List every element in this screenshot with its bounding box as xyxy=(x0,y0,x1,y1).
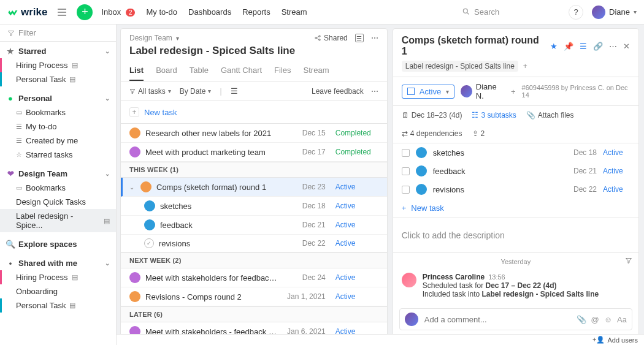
info-icon[interactable]: ☰ xyxy=(355,34,364,42)
checkbox[interactable] xyxy=(402,149,410,157)
check-circle-icon[interactable]: ✓ xyxy=(144,238,154,248)
tab-gantt[interactable]: Gantt Chart xyxy=(221,61,262,81)
sidebar-item-onboarding[interactable]: Onboarding xyxy=(0,284,116,298)
shared-button[interactable]: Shared xyxy=(314,34,348,42)
task-row[interactable]: Research other new labels for 2021 Dec 1… xyxy=(121,124,387,143)
search-placeholder: Search xyxy=(474,7,499,17)
nav-dashboards[interactable]: Dashboards xyxy=(188,7,231,17)
chevron-down-icon: ▾ xyxy=(168,88,171,94)
sidebar-filter[interactable]: Filter xyxy=(0,25,116,42)
assignee-chip[interactable]: Diane N. xyxy=(461,82,505,100)
task-row[interactable]: Revisions - Comps round 2 Jan 1, 2021 Ac… xyxy=(121,287,387,306)
rss-icon[interactable]: ☰ xyxy=(580,42,587,51)
sidebar-item-dt-bookmarks[interactable]: ▭Bookmarks xyxy=(0,181,116,195)
sidebar-explore[interactable]: 🔍 Explore spaces xyxy=(0,237,116,251)
tab-stream[interactable]: Stream xyxy=(304,61,329,81)
description-field[interactable]: Click to add the description xyxy=(393,218,638,252)
user-menu[interactable]: Diane ▾ xyxy=(592,6,637,19)
subtask-name: feedback xyxy=(433,167,561,176)
sidebar-item-quick-tasks[interactable]: Design Quick Tasks xyxy=(0,195,116,209)
tab-files[interactable]: Files xyxy=(274,61,291,81)
more-icon[interactable]: ⋯ xyxy=(371,87,378,96)
settings-icon[interactable]: ☰ xyxy=(231,86,238,96)
tab-board[interactable]: Board xyxy=(156,61,177,81)
checkbox-icon xyxy=(407,88,415,95)
sidebar-item-label-redesign[interactable]: Label redesign - Spice...▤ xyxy=(0,209,116,232)
leave-feedback-link[interactable]: Leave feedback xyxy=(312,87,364,96)
share-chip[interactable]: ⇪ 2 xyxy=(472,129,485,138)
subtask-row[interactable]: sketches Dec 18 Active xyxy=(121,197,387,216)
sidebar-item-hiring[interactable]: Hiring Process▤ xyxy=(0,58,116,72)
help-button[interactable]: ? xyxy=(569,5,583,20)
subtask-row[interactable]: ✓ revisions Dec 22 Active xyxy=(121,235,387,252)
project-tabs: List Board Table Gantt Chart Files Strea… xyxy=(121,61,387,82)
svg-point-0 xyxy=(463,9,467,13)
paperclip-icon[interactable]: 📎 xyxy=(577,315,586,324)
avatar xyxy=(416,147,427,158)
sidebar-item-shared-hiring[interactable]: Hiring Process▤ xyxy=(0,270,116,284)
dates-chip[interactable]: 🗓 Dec 18–23 (4d) xyxy=(402,111,462,119)
nav-inbox[interactable]: Inbox 2 xyxy=(101,7,135,17)
svg-point-4 xyxy=(319,39,321,41)
sort-bydate[interactable]: By Date ▾ xyxy=(180,87,212,96)
subtask-row[interactable]: feedback Dec 21 Active xyxy=(393,162,638,180)
star-icon[interactable]: ★ xyxy=(550,42,558,51)
task-row[interactable]: Meet with stakeholders for feedback on c… xyxy=(121,268,387,287)
task-row[interactable]: Meet with product marketing team Dec 17 … xyxy=(121,143,387,162)
parent-task-chip[interactable]: Label redesign - Spiced Salts line xyxy=(402,61,518,72)
checkbox[interactable] xyxy=(402,186,410,194)
status-selector[interactable]: Active ▾ xyxy=(402,85,454,99)
more-icon[interactable]: ⋯ xyxy=(609,42,617,51)
attach-chip[interactable]: 📎 Attach files xyxy=(526,111,574,119)
subtask-row[interactable]: revisions Dec 22 Active xyxy=(393,180,638,199)
task-date: Jan 1, 2021 xyxy=(283,292,326,301)
nav-reports[interactable]: Reports xyxy=(242,7,270,17)
pin-icon[interactable]: 📌 xyxy=(564,42,573,51)
sidebar-starred-label: Starred xyxy=(18,47,47,56)
sidebar-item-starred-tasks[interactable]: ☆Starred tasks xyxy=(0,148,116,162)
tab-table[interactable]: Table xyxy=(190,61,209,81)
comment-input[interactable] xyxy=(423,314,572,325)
subtasks-chip[interactable]: ☷ 3 subtasks xyxy=(472,111,516,119)
chevron-down-icon[interactable]: ⌄ xyxy=(129,184,136,191)
breadcrumb[interactable]: Design Team xyxy=(129,34,172,42)
sidebar-header-shared[interactable]: • Shared with me ⌄ xyxy=(0,256,116,270)
more-icon[interactable]: ⋯ xyxy=(371,34,378,42)
global-search[interactable]: Search xyxy=(462,7,560,17)
add-users-strip[interactable]: +👤 Add users xyxy=(117,334,644,345)
sidebar-item-created[interactable]: ☰Created by me xyxy=(0,134,116,148)
filter-label: Filter xyxy=(18,28,36,37)
sidebar-header-personal[interactable]: ● Personal ⌄ xyxy=(0,91,116,105)
tab-list[interactable]: List xyxy=(129,61,144,81)
sidebar-item-bookmarks[interactable]: ▭Bookmarks xyxy=(0,105,116,119)
subtask-row[interactable]: sketches Dec 18 Active xyxy=(393,143,638,162)
nav-stream[interactable]: Stream xyxy=(282,7,307,17)
sidebar-item-personal-task[interactable]: Personal Task▤ xyxy=(0,72,116,86)
link-icon[interactable]: 🔗 xyxy=(593,42,603,51)
sidebar-item-mytodo[interactable]: ☰My to-do xyxy=(0,119,116,134)
format-icon[interactable]: Aa xyxy=(617,315,627,324)
new-task-row[interactable]: + New task xyxy=(121,101,387,124)
create-button[interactable]: + xyxy=(77,4,93,20)
nav-mytodo[interactable]: My to-do xyxy=(146,7,177,17)
filter-icon[interactable] xyxy=(625,257,632,264)
sidebar-item-shared-personal[interactable]: Personal Task▤ xyxy=(0,298,116,313)
plus-icon: + xyxy=(402,203,407,213)
checkbox[interactable] xyxy=(402,167,410,175)
add-assignee-icon[interactable]: + xyxy=(511,87,516,96)
add-users-label: Add users xyxy=(607,336,638,344)
sidebar-header-starred[interactable]: ★ Starred ⌄ xyxy=(0,44,116,58)
emoji-icon[interactable]: ☺ xyxy=(604,315,612,324)
sidebar-header-design-team[interactable]: ❤ Design Team ⌄ xyxy=(0,167,116,181)
filter-alltasks[interactable]: All tasks ▾ xyxy=(129,87,171,96)
close-icon[interactable]: ✕ xyxy=(623,42,630,51)
subtask-row[interactable]: feedback Dec 21 Active xyxy=(121,216,387,235)
mention-icon[interactable]: @ xyxy=(591,315,599,324)
subtask-new[interactable]: + New task xyxy=(393,199,638,218)
deps-chip[interactable]: ⇄ 4 dependencies xyxy=(402,129,462,138)
hamburger-icon[interactable] xyxy=(56,8,68,17)
task-detail-title[interactable]: Comps (sketch format) round 1 xyxy=(402,35,545,57)
task-row-selected[interactable]: ⌄ Comps (sketch format) round 1 Dec 23 A… xyxy=(121,178,387,197)
task-status: Completed xyxy=(335,148,378,156)
add-parent-icon[interactable]: + xyxy=(523,62,527,70)
